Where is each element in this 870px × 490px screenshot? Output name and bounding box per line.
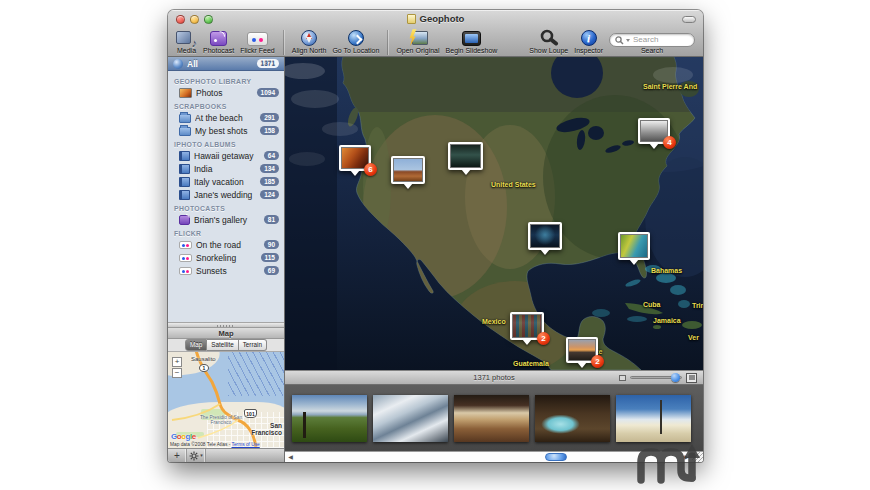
photos-status-bar: 1371 photos (285, 370, 703, 385)
route-101-shield: 101 (244, 409, 257, 418)
align-north-button[interactable]: Align North (292, 28, 327, 55)
media-button[interactable]: Media (176, 28, 197, 55)
sidebar-item-janes-wedding[interactable]: Jane's wedding 124 (168, 188, 284, 201)
label-cuba: Cuba (643, 301, 661, 308)
item-label: Photos (196, 88, 257, 98)
filmstrip-thumbnail-snowy-mountains[interactable] (373, 395, 448, 442)
count-badge: 291 (260, 113, 279, 122)
count-badge: 90 (264, 240, 279, 249)
sidebar-bottom-bar: + ▾ (168, 448, 284, 462)
toolbar-separator (283, 30, 284, 55)
count-badge: 185 (260, 177, 279, 186)
map-zoom-controls: + − (172, 357, 182, 379)
begin-slideshow-button[interactable]: Begin Slideshow (446, 28, 498, 55)
scroll-left-arrow[interactable]: ◀ (285, 452, 296, 462)
pane-resize-grip[interactable] (168, 322, 284, 328)
filmstrip-thumbnail-beach[interactable] (616, 395, 691, 442)
filmstrip-thumbnail-rocky-shore[interactable] (454, 395, 529, 442)
zoom-in-button[interactable]: + (172, 357, 182, 367)
app-document-icon (407, 14, 416, 24)
inspector-button[interactable]: Inspector (574, 28, 603, 55)
photo-marker-monument-valley[interactable] (391, 156, 425, 184)
photo-filmstrip (285, 385, 703, 451)
size-slider-knob[interactable] (671, 373, 680, 382)
sidebar: All 1371 GEOPHOTO LIBRARY Photos 1094 SC… (168, 57, 285, 462)
zoom-out-button[interactable]: − (172, 368, 182, 378)
sidebar-item-my-best-shots[interactable]: My best shots 158 (168, 124, 284, 137)
label-guatemala: Guatemala (513, 360, 549, 367)
show-loupe-label: Show Loupe (529, 47, 568, 55)
begin-slideshow-label: Begin Slideshow (446, 47, 498, 55)
count-badge: 1094 (257, 88, 279, 97)
album-icon (179, 151, 190, 161)
marker-count-badge: 2 (537, 332, 550, 345)
sidebar-item-hawaii-getaway[interactable]: Hawaii getaway 64 (168, 149, 284, 162)
photocast-button[interactable]: Photocast (203, 28, 234, 55)
compass-icon (301, 30, 317, 46)
item-label: India (194, 164, 260, 174)
action-menu-button[interactable]: ▾ (187, 449, 206, 462)
item-label: Snorkeling (196, 253, 261, 263)
count-badge: 81 (264, 215, 279, 224)
size-slider-track[interactable] (630, 376, 682, 379)
san-francisco-label: San Francisco (244, 422, 282, 436)
go-to-location-button[interactable]: Go To Location (332, 28, 379, 55)
marker-photo (393, 158, 423, 182)
sidebar-item-italy-vacation[interactable]: Italy vacation 185 (168, 175, 284, 188)
mini-map[interactable]: + − 1 101 Sausalito The Presidio of San … (168, 352, 284, 448)
map-mode-map[interactable]: Map (185, 339, 207, 351)
count-badge: 115 (261, 253, 280, 262)
satellite-map-view[interactable]: Saint Pierre And United States Mexico Ba… (285, 57, 703, 370)
scroll-right-arrow[interactable]: ▶ (681, 452, 692, 462)
photo-marker-florida[interactable] (618, 232, 650, 260)
flickr-feed-button[interactable]: Flickr Feed (240, 28, 275, 55)
open-original-button[interactable]: Open Original (396, 28, 439, 55)
filmstrip-thumbnail-grassland[interactable] (292, 395, 367, 442)
folder-icon (179, 114, 191, 123)
source-list: GEOPHOTO LIBRARY Photos 1094 SCRAPBOOKS … (168, 71, 284, 322)
page-background: { "window": { "title": "Geophoto" }, "to… (0, 0, 870, 490)
show-loupe-button[interactable]: Show Loupe (529, 28, 568, 55)
window-resize-grip[interactable] (692, 452, 703, 463)
photo-marker-south[interactable] (528, 222, 562, 250)
main-area: Saint Pierre And United States Mexico Ba… (285, 57, 703, 462)
search-icon (615, 36, 624, 45)
terms-of-use-link[interactable]: Terms of Use (232, 442, 260, 447)
sidebar-item-snorkeling[interactable]: Snorkeling 115 (168, 251, 284, 264)
sausalito-label: Sausalito (191, 356, 216, 362)
google-logo[interactable]: Google (171, 432, 196, 441)
label-bahamas: Bahamas (651, 267, 682, 274)
add-button[interactable]: + (168, 449, 187, 462)
sidebar-item-photos[interactable]: Photos 1094 (168, 86, 284, 99)
photo-marker-rockies[interactable] (448, 142, 483, 170)
sidebar-item-india[interactable]: India 134 (168, 162, 284, 175)
count-badge: 124 (260, 190, 279, 199)
item-label: Jane's wedding (194, 190, 260, 200)
map-mode-terrain[interactable]: Terrain (239, 339, 267, 351)
photo-marker-northeast[interactable]: 4 (638, 118, 670, 144)
count-badge: 69 (264, 266, 279, 275)
window-content: All 1371 GEOPHOTO LIBRARY Photos 1094 SC… (168, 57, 703, 462)
sidebar-item-sunsets[interactable]: Sunsets 69 (168, 264, 284, 277)
map-mode-satellite[interactable]: Satellite (207, 339, 238, 351)
photo-marker-guatemala[interactable]: 2 (566, 337, 598, 363)
title-bar[interactable]: Geophoto (168, 13, 703, 24)
sidebar-item-all[interactable]: All 1371 (168, 57, 284, 71)
scrollbar-track[interactable] (296, 452, 681, 462)
photo-marker-mexico-city[interactable]: 2 (510, 312, 544, 340)
filmstrip-thumbnail-lagoon[interactable] (535, 395, 610, 442)
photocast-icon (210, 31, 227, 46)
media-icon (176, 30, 197, 46)
geophoto-window: Geophoto Media Photocast Flickr Feed Ali… (168, 10, 703, 462)
marker-photo (450, 144, 481, 168)
scrollbar-thumb[interactable] (545, 453, 567, 461)
filmstrip-scrollbar[interactable]: ◀ ▶ (285, 451, 703, 462)
flickr-icon (179, 267, 192, 275)
sidebar-item-at-the-beach[interactable]: At the beach 291 (168, 111, 284, 124)
sidebar-item-brians-gallery[interactable]: Brian's gallery 81 (168, 213, 284, 226)
sidebar-item-on-the-road[interactable]: On the road 90 (168, 238, 284, 251)
item-label: Hawaii getaway (194, 151, 264, 161)
toolbar-toggle-pill[interactable] (682, 16, 696, 23)
photo-marker-san-francisco[interactable]: 6 (339, 145, 371, 171)
search-input[interactable]: Search (609, 33, 695, 47)
